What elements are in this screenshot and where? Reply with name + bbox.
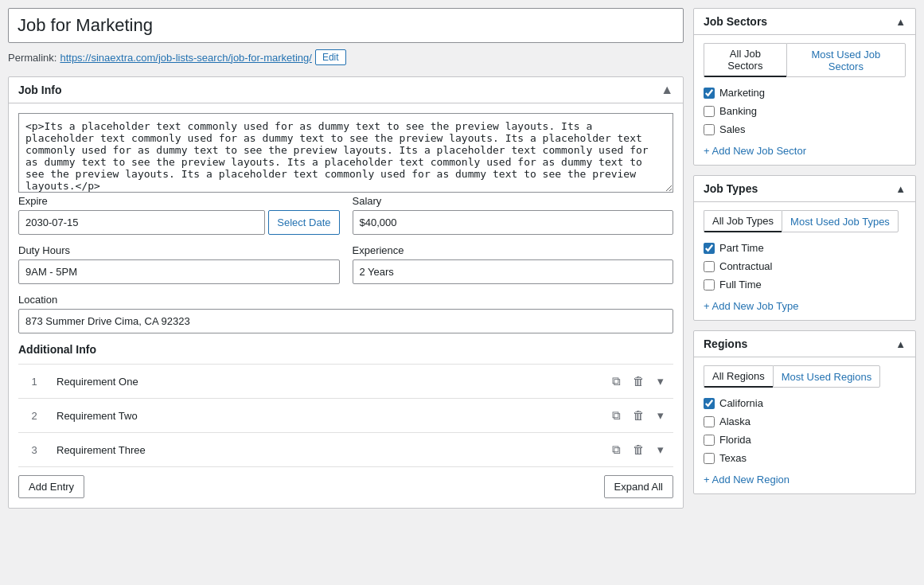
job-info-metabox: Job Info ▲ Expire Select Date [8,76,684,509]
row-text: Requirement Two [50,399,411,433]
expand-icon-button[interactable]: ▾ [654,407,667,424]
duty-experience-row: Duty Hours Experience [18,244,673,284]
regions-tabs: All Regions Most Used Regions [704,365,906,388]
add-new-job-sector-link[interactable]: + Add New Job Sector [704,145,806,157]
row-actions: ⧉ 🗑 ▾ [411,433,673,467]
job-sectors-checkbox-2[interactable] [704,124,715,135]
regions-toggle-icon: ▲ [895,338,906,350]
job-sectors-checkbox-0[interactable] [704,88,715,99]
row-actions: ⧉ 🗑 ▾ [411,399,673,433]
duty-hours-label: Duty Hours [18,244,340,256]
permalink-bar: Permalink: https://sinaextra.com/job-lis… [8,49,684,65]
job-sectors-checkbox-1[interactable] [704,106,715,117]
regions-panel: Regions ▲ All Regions Most Used Regions … [693,330,916,494]
job-types-body: All Job Types Most Used Job Types Part T… [694,202,915,320]
regions-checkbox-item-1: Alaska [704,415,906,427]
table-row: 1 Requirement One ⧉ 🗑 ▾ [18,365,673,399]
row-num: 1 [18,365,50,399]
job-types-checkbox-item-1: Contractual [704,260,906,272]
job-info-header[interactable]: Job Info ▲ [9,77,683,103]
job-types-toggle-icon: ▲ [895,183,906,195]
copy-icon-button[interactable]: ⧉ [609,407,624,424]
job-types-tab-all[interactable]: All Job Types [704,210,782,232]
job-sectors-tab-most-used[interactable]: Most Used Job Sectors [786,43,906,77]
expand-icon-button[interactable]: ▾ [654,441,667,458]
job-types-checkbox-2[interactable] [704,279,715,291]
regions-checkbox-label-3: Texas [719,452,747,464]
regions-checkbox-item-0: California [704,397,906,409]
regions-checkbox-label-2: Florida [719,434,751,446]
job-types-tabs: All Job Types Most Used Job Types [704,210,906,232]
salary-col: Salary [353,195,674,235]
job-types-checkbox-label-2: Full Time [719,279,762,291]
regions-checkbox-0[interactable] [704,398,715,409]
table-row: 2 Requirement Two ⧉ 🗑 ▾ [18,399,673,433]
job-types-title: Job Types [704,182,758,195]
job-sectors-tabs: All Job Sectors Most Used Job Sectors [704,43,906,77]
delete-icon-button[interactable]: 🗑 [630,441,648,458]
job-sectors-checkboxes: MarketingBankingSales [704,87,906,135]
action-bar: Add Entry Expand All [18,475,673,498]
job-sectors-checkbox-label-1: Banking [719,105,757,117]
job-sectors-checkbox-item-2: Sales [704,123,906,135]
select-date-button[interactable]: Select Date [268,210,339,235]
copy-icon-button[interactable]: ⧉ [609,372,624,390]
regions-header[interactable]: Regions ▲ [694,331,915,357]
regions-checkbox-1[interactable] [704,416,715,427]
job-types-checkboxes: Part TimeContractualFull Time [704,242,906,291]
job-info-toggle[interactable]: ▲ [661,84,673,96]
row-num: 3 [18,433,50,467]
expand-all-button[interactable]: Expand All [604,475,673,498]
job-sectors-checkbox-label-0: Marketing [719,87,765,99]
experience-input[interactable] [353,259,674,284]
job-sectors-body: All Job Sectors Most Used Job Sectors Ma… [694,35,915,165]
post-title-input[interactable] [8,8,684,43]
row-text: Requirement One [50,365,411,399]
job-types-checkbox-item-2: Full Time [704,279,906,291]
location-input[interactable] [18,309,673,333]
permalink-edit-button[interactable]: Edit [315,49,346,65]
job-types-checkbox-1[interactable] [704,261,715,272]
job-types-header[interactable]: Job Types ▲ [694,176,915,202]
row-actions: ⧉ 🗑 ▾ [411,365,673,399]
experience-col: Experience [353,244,674,284]
job-content-textarea[interactable] [18,113,673,193]
salary-input[interactable] [353,210,674,235]
regions-body: All Regions Most Used Regions California… [694,357,915,493]
additional-info-table: 1 Requirement One ⧉ 🗑 ▾ 2 Requirement Tw… [18,364,673,467]
job-sectors-header[interactable]: Job Sectors ▲ [694,9,915,35]
add-new-job-type-link[interactable]: + Add New Job Type [704,300,798,312]
regions-checkboxes: CaliforniaAlaskaFloridaTexas [704,397,906,464]
job-sectors-panel: Job Sectors ▲ All Job Sectors Most Used … [693,8,916,166]
job-info-body: Expire Select Date Salary Duty Hours [9,103,683,508]
delete-icon-button[interactable]: 🗑 [630,407,648,423]
location-row: Location [18,294,673,333]
expire-input[interactable] [18,210,265,235]
job-types-panel: Job Types ▲ All Job Types Most Used Job … [693,175,916,321]
duty-col: Duty Hours [18,244,340,284]
expire-col: Expire Select Date [18,195,340,235]
expand-icon-button[interactable]: ▾ [654,372,667,390]
job-types-checkbox-0[interactable] [704,243,715,254]
table-row: 3 Requirement Three ⧉ 🗑 ▾ [18,433,673,467]
add-new-region-link[interactable]: + Add New Region [704,474,789,486]
copy-icon-button[interactable]: ⧉ [609,441,624,458]
experience-label: Experience [353,244,674,256]
regions-tab-most-used[interactable]: Most Used Regions [773,365,880,388]
delete-icon-button[interactable]: 🗑 [630,372,648,389]
regions-checkbox-label-1: Alaska [719,415,751,427]
permalink-url[interactable]: https://sinaextra.com/job-lists-search/j… [60,52,311,64]
regions-tab-all[interactable]: All Regions [704,365,773,388]
job-types-tab-most-used[interactable]: Most Used Job Types [782,210,899,232]
add-entry-button[interactable]: Add Entry [18,475,84,498]
additional-info-title: Additional Info [18,343,673,356]
expire-salary-row: Expire Select Date Salary [18,195,673,235]
job-sectors-checkbox-label-2: Sales [719,123,746,135]
duty-hours-input[interactable] [18,259,340,284]
regions-checkbox-2[interactable] [704,435,715,446]
job-sectors-tab-all[interactable]: All Job Sectors [704,43,786,77]
job-types-checkbox-label-0: Part Time [719,242,764,254]
job-sectors-toggle-icon: ▲ [895,16,906,28]
regions-checkbox-3[interactable] [704,453,715,464]
job-types-checkbox-item-0: Part Time [704,242,906,254]
